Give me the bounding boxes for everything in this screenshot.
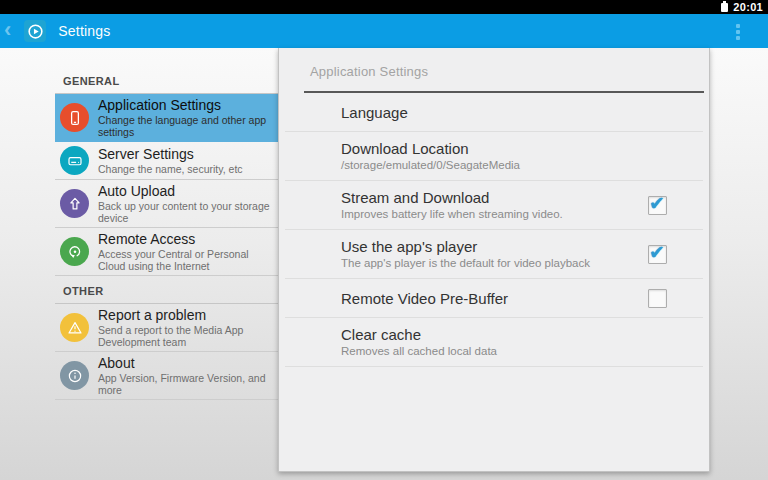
checkbox-checked[interactable] (648, 196, 667, 215)
sidebar-item-label: Remote Access (98, 231, 278, 248)
settings-item-remote-video-pre-buffer[interactable]: Remote Video Pre-Buffer (285, 279, 703, 318)
panel-title: Application Settings (279, 48, 709, 79)
back-icon[interactable]: ‹ (4, 20, 11, 40)
upload-arrow-icon (60, 189, 89, 218)
sidebar-item-label: Application Settings (98, 97, 278, 114)
settings-item-use-the-app-s-player[interactable]: Use the app's playerThe app's player is … (285, 230, 703, 279)
settings-item-sublabel: Removes all cached local data (341, 344, 497, 359)
settings-item-clear-cache[interactable]: Clear cacheRemoves all cached local data (285, 318, 703, 367)
overflow-menu-icon[interactable] (726, 20, 750, 44)
settings-item-label: Remote Video Pre-Buffer (341, 289, 508, 308)
app-logo-icon (24, 20, 46, 42)
sidebar-item-sublabel: Access your Central or Personal Cloud us… (98, 248, 278, 272)
sidebar-item-sublabel: Send a report to the Media App Developme… (98, 324, 278, 348)
settings-item-stream-and-download[interactable]: Stream and DownloadImproves battery life… (285, 181, 703, 230)
section-header-other: OTHER (55, 276, 278, 304)
clock: 20:01 (733, 1, 763, 13)
checkbox-unchecked[interactable] (648, 289, 667, 308)
sidebar-item-application-settings[interactable]: Application SettingsChange the language … (55, 94, 278, 142)
info-icon (60, 361, 89, 390)
sidebar-item-sublabel: Change the language and other app settin… (98, 114, 278, 138)
battery-icon (721, 3, 728, 12)
page-title: Settings (58, 23, 110, 39)
settings-item-download-location[interactable]: Download Location/storage/emulated/0/Sea… (285, 132, 703, 181)
warning-triangle-icon (60, 313, 89, 342)
remote-swirl-icon (60, 237, 89, 266)
settings-item-label: Clear cache (341, 325, 497, 344)
checkbox-checked[interactable] (648, 245, 667, 264)
settings-item-label: Download Location (341, 139, 520, 158)
sidebar-item-report-a-problem[interactable]: Report a problemSend a report to the Med… (55, 304, 278, 352)
phone-icon (60, 103, 89, 132)
content-area: GENERALApplication SettingsChange the la… (0, 48, 768, 480)
settings-item-language[interactable]: Language (285, 93, 703, 132)
sidebar-item-label: Server Settings (98, 146, 243, 163)
sidebar-item-label: Report a problem (98, 307, 278, 324)
settings-item-label: Language (341, 103, 408, 122)
settings-item-label: Stream and Download (341, 188, 563, 207)
settings-item-sublabel: /storage/emulated/0/SeagateMedia (341, 158, 520, 173)
drive-icon (60, 146, 89, 175)
sidebar-item-label: Auto Upload (98, 183, 278, 200)
settings-sidebar: GENERALApplication SettingsChange the la… (55, 70, 278, 400)
status-bar: 20:01 (0, 0, 768, 14)
application-settings-panel: Application Settings LanguageDownload Lo… (278, 48, 710, 472)
panel-items: LanguageDownload Location/storage/emulat… (279, 93, 709, 367)
sidebar-item-sublabel: Back up your content to your storage dev… (98, 200, 278, 224)
settings-item-sublabel: The app's player is the default for vide… (341, 256, 590, 271)
sidebar-item-auto-upload[interactable]: Auto UploadBack up your content to your … (55, 180, 278, 228)
settings-item-sublabel: Improves battery life when streaming vid… (341, 207, 563, 222)
action-bar: ‹ Settings (0, 14, 768, 48)
tablet-screen: 20:01 ‹ Settings GENERALApplication Sett… (0, 0, 768, 480)
settings-item-label: Use the app's player (341, 237, 590, 256)
sidebar-item-label: About (98, 355, 278, 372)
sidebar-item-remote-access[interactable]: Remote AccessAccess your Central or Pers… (55, 228, 278, 276)
sidebar-item-sublabel: Change the name, security, etc (98, 163, 243, 175)
sidebar-item-server-settings[interactable]: Server SettingsChange the name, security… (55, 142, 278, 180)
sidebar-item-sublabel: App Version, Firmware Version, and more (98, 372, 278, 396)
section-header-general: GENERAL (55, 70, 278, 94)
sidebar-item-about[interactable]: AboutApp Version, Firmware Version, and … (55, 352, 278, 400)
